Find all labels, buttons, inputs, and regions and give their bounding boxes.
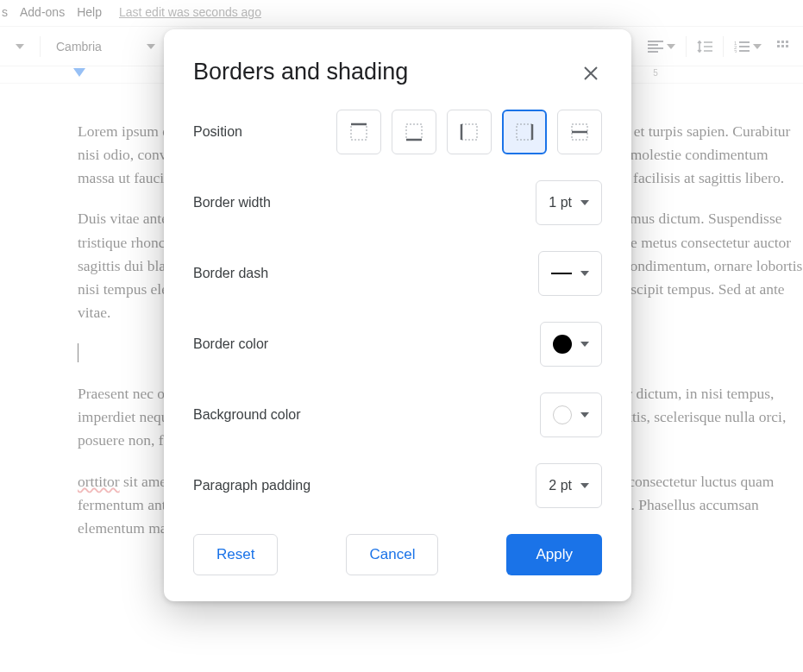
svg-rect-15 <box>517 124 532 140</box>
caret-down-icon <box>580 200 589 205</box>
caret-down-icon <box>580 271 589 276</box>
solid-line-icon <box>551 273 572 274</box>
color-swatch-icon <box>553 335 572 354</box>
border-top-icon <box>348 122 369 142</box>
dialog-title: Borders and shading <box>193 59 408 85</box>
paragraph-padding-value: 2 pt <box>549 478 572 493</box>
border-width-dropdown[interactable]: 1 pt <box>536 180 602 225</box>
background-color-label: Background color <box>193 407 301 423</box>
position-bottom-button[interactable] <box>392 110 436 154</box>
border-dash-dropdown[interactable] <box>538 251 602 296</box>
border-left-icon <box>459 122 480 142</box>
border-between-icon <box>569 122 590 142</box>
border-color-dropdown[interactable] <box>540 322 602 367</box>
border-bottom-icon <box>404 122 424 142</box>
caret-down-icon <box>580 342 589 347</box>
border-color-label: Border color <box>193 336 268 352</box>
paragraph-padding-dropdown[interactable]: 2 pt <box>536 463 602 508</box>
background-color-dropdown[interactable] <box>540 393 602 437</box>
svg-rect-13 <box>461 124 477 140</box>
close-icon <box>583 66 599 81</box>
paragraph-padding-label: Paragraph padding <box>193 478 311 493</box>
border-width-label: Border width <box>193 195 271 210</box>
color-swatch-icon <box>553 405 572 424</box>
position-left-button[interactable] <box>447 110 492 154</box>
svg-rect-9 <box>351 124 367 140</box>
border-width-value: 1 pt <box>549 195 572 210</box>
border-right-icon <box>514 122 535 142</box>
borders-shading-dialog: Borders and shading Position Border <box>164 29 631 601</box>
reset-button[interactable]: Reset <box>193 534 278 575</box>
cancel-button[interactable]: Cancel <box>346 534 438 575</box>
position-between-button[interactable] <box>557 110 602 154</box>
position-label: Position <box>193 124 242 140</box>
caret-down-icon <box>580 412 589 418</box>
svg-rect-11 <box>406 124 422 140</box>
apply-button[interactable]: Apply <box>506 534 602 575</box>
close-button[interactable] <box>580 62 602 85</box>
caret-down-icon <box>580 483 589 488</box>
border-dash-label: Border dash <box>193 266 268 281</box>
position-top-button[interactable] <box>336 110 381 154</box>
position-right-button[interactable] <box>502 110 547 154</box>
position-options <box>336 110 602 154</box>
